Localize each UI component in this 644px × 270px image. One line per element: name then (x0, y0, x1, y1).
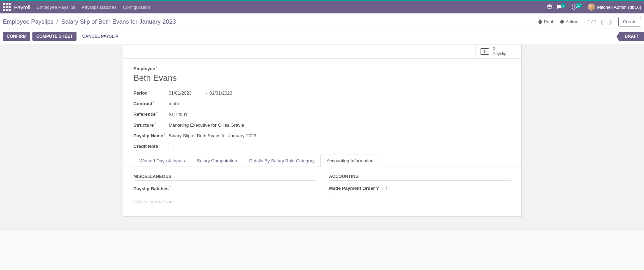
period-from[interactable]: 01/01/2023 (169, 90, 192, 96)
svg-rect-6 (3, 9, 5, 11)
avatar (588, 4, 595, 11)
breadcrumb-current: Salary Slip of Beth Evans for January-20… (61, 18, 176, 25)
apps-icon[interactable] (3, 3, 11, 11)
svg-rect-2 (9, 3, 11, 5)
main-navbar: Payroll Employee Payslips Payslips Batch… (0, 0, 644, 13)
credit-note-label: Credit Note? (134, 143, 169, 149)
activity-icon[interactable]: 17 (571, 4, 584, 10)
svg-rect-8 (9, 9, 11, 11)
nav-payslips-batches[interactable]: Payslips Batches (82, 5, 117, 10)
app-name[interactable]: Payroll (14, 4, 30, 10)
gear-icon (560, 19, 564, 24)
payslip-name-label: Payslip Name? (134, 133, 169, 138)
help-icon[interactable]: ? (159, 143, 160, 147)
help-icon[interactable]: ? (148, 90, 150, 94)
pager[interactable]: 1 / 1 (588, 19, 596, 24)
confirm-button[interactable]: Confirm (3, 32, 30, 41)
notebook-tabs: Worked Days & Inputs Salary Computation … (123, 154, 521, 167)
help-icon[interactable]: ? (153, 101, 154, 104)
activity-badge: 17 (576, 3, 582, 8)
tab-details-category[interactable]: Details By Salary Rule Category (243, 155, 321, 167)
help-icon[interactable]: ? (156, 111, 158, 115)
print-label: Print (544, 19, 553, 24)
compute-sheet-button[interactable]: Compute Sheet (32, 32, 76, 41)
titlebar: Employee Payslips / Salary Slip of Beth … (0, 13, 644, 29)
made-payment-checkbox[interactable] (382, 186, 387, 190)
period-label: Period? (134, 90, 169, 96)
button-bar: Confirm Compute Sheet Cancel Payslip Dra… (0, 29, 644, 44)
pager-prev[interactable]: ❮ (599, 19, 605, 25)
print-button[interactable]: Print (538, 19, 553, 24)
help-icon[interactable]: ? (169, 186, 171, 189)
tab-accounting-content: Miscellaneous Payslip Batches? Add an in… (134, 167, 511, 206)
sheet-statbar: 9 Payslip (123, 44, 521, 59)
period-sep: - (206, 90, 207, 96)
svg-rect-5 (9, 6, 11, 8)
help-icon[interactable]: ? (154, 122, 156, 126)
svg-rect-7 (6, 9, 8, 11)
nav-configuration[interactable]: Configuration (123, 5, 150, 10)
made-payment-label: Made Payment Order ?? (329, 186, 382, 197)
pager-next[interactable]: ❯ (608, 19, 613, 25)
money-icon (480, 48, 489, 55)
employee-label: Employee? (134, 66, 169, 71)
credit-note-checkbox[interactable] (169, 144, 173, 148)
breadcrumb-sep: / (56, 18, 58, 25)
svg-rect-3 (3, 6, 5, 8)
help-icon[interactable]: ? (330, 191, 331, 194)
form-sheet: 9 Payslip Employee? Beth Evans Period? 0… (123, 44, 522, 217)
reference-label: Reference? (134, 111, 169, 117)
tab-worked-days[interactable]: Worked Days & Inputs (134, 155, 191, 167)
breadcrumb-parent[interactable]: Employee Payslips (3, 18, 54, 25)
stat-value: 9 (493, 47, 507, 52)
print-icon (538, 19, 542, 24)
payslip-batches-label: Payslip Batches? (134, 186, 186, 191)
section-misc: Miscellaneous (134, 174, 315, 181)
structure-label: Structure? (134, 122, 169, 128)
contract-label: Contract? (134, 101, 169, 106)
svg-rect-4 (6, 6, 8, 8)
payslip-name-value[interactable]: Salary Slip of Beth Evans for January-20… (169, 133, 257, 138)
nav-employee-payslips[interactable]: Employee Payslips (37, 5, 75, 10)
user-label: Mitchell Admin (db16) (597, 5, 641, 10)
help-icon[interactable]: ? (164, 133, 165, 136)
period-to[interactable]: 01/31/2023 (209, 90, 232, 96)
section-accounting: Accounting (329, 174, 511, 181)
tab-accounting-info[interactable]: Accounting Information (320, 155, 379, 167)
bug-icon[interactable] (547, 4, 552, 10)
cancel-payslip-button[interactable]: Cancel Payslip (79, 32, 122, 41)
svg-rect-1 (6, 3, 8, 5)
chat-badge: 5 (561, 3, 566, 8)
breadcrumb: Employee Payslips / Salary Slip of Beth … (3, 18, 176, 25)
stat-payslip-button[interactable]: 9 Payslip (476, 44, 521, 58)
tab-salary-computation[interactable]: Salary Computation (191, 155, 243, 167)
svg-rect-0 (3, 3, 5, 5)
user-menu[interactable]: Mitchell Admin (db16) (588, 4, 641, 11)
action-label: Action (566, 19, 578, 24)
contract-value[interactable]: moth (169, 101, 179, 106)
action-button[interactable]: Action (560, 19, 578, 24)
reference-value[interactable]: SLIP/001 (169, 112, 188, 117)
create-button[interactable]: Create (618, 17, 641, 26)
form-sheet-wrap: 9 Payslip Employee? Beth Evans Period? 0… (0, 44, 644, 231)
employee-value[interactable]: Beth Evans (134, 73, 177, 83)
chat-icon[interactable]: 5 (557, 4, 567, 10)
stat-label: Payslip (493, 52, 507, 56)
structure-value[interactable]: Marketing Executive for Gilles Gravie (169, 122, 244, 128)
help-icon[interactable]: ? (155, 66, 157, 69)
status-badge: Draft (620, 32, 644, 41)
internal-note-input[interactable]: Add an internal note... (133, 198, 315, 206)
